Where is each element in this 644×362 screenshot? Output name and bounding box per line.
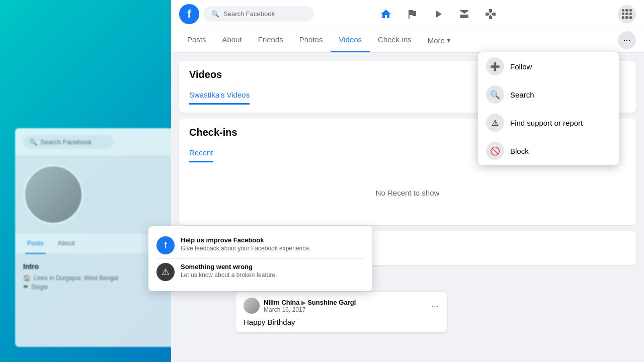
bg-avatar [23,164,84,225]
feedback-improve-text: Help us improve Facebook Give feedback a… [181,236,310,252]
bg-nav-about: About [56,233,77,254]
post-arrow: ▶ [301,299,307,306]
topbar: Facebook f 🔍 Search Facebook [171,0,644,28]
recent-tab[interactable]: Recent [189,144,213,162]
more-label: More [428,36,445,45]
no-recent-message: No Recent to show [189,168,626,217]
bg-location-text: Lives in Durgapur, West Bengal [34,275,118,282]
gaming-nav-icon[interactable] [478,2,503,26]
dropdown-search[interactable]: 🔍 Search [478,80,619,109]
feedback-broken-text: Something went wrong Let us know about a… [181,263,277,279]
nav-checkins[interactable]: Check-ins [370,28,420,52]
dropdown-block[interactable]: 🚫 Block [478,137,619,165]
feedback-warning-icon: ⚠ [156,263,175,281]
post-date: March 16, 2017 [264,306,305,313]
nav-friends[interactable]: Friends [250,28,291,52]
three-dots-button[interactable]: ··· [618,31,636,49]
video-nav-icon[interactable] [426,2,450,26]
feedback-fb-icon: f [156,236,175,254]
search-placeholder: Search Facebook [223,10,275,18]
block-label: Block [510,147,529,155]
feedback-improve-title: Help us improve Facebook [181,236,310,244]
post-author: Nilim China [264,299,300,306]
post-meta: Nilim China ▶ Sunshine Gargi March 16, 2… [264,299,356,313]
dropdown-follow[interactable]: ➕ Follow [478,52,619,80]
more-chevron-icon: ▾ [447,36,451,45]
nav-about[interactable]: About [214,28,250,52]
grid-menu-icon[interactable] [618,5,636,23]
store-nav-icon[interactable] [452,2,476,26]
nav-posts[interactable]: Posts [179,28,214,52]
search-label: Search [510,90,534,99]
bg-search-bar: 🔍 Search Facebook [23,135,114,149]
post-avatar [244,298,260,314]
search-icon: 🔍 [211,10,219,18]
bg-post-card: Nilim China ▶ Sunshine Gargi March 16, 2… [235,292,447,332]
feedback-broken-title: Something went wrong [181,263,277,270]
block-icon: 🚫 [486,142,504,160]
dropdown-menu: ➕ Follow 🔍 Search ⚠ Find support or repo… [478,52,619,165]
videos-tab[interactable]: Swastika's Videos [189,86,250,105]
top-right-icons [618,5,636,23]
profile-nav: Posts About Friends Photos Videos Check-… [171,28,644,53]
post-target: Sunshine Gargi [307,299,356,306]
feedback-item-improve[interactable]: f Help us improve Facebook Give feedback… [156,232,364,258]
support-icon: ⚠ [486,114,504,132]
follow-icon: ➕ [486,57,504,75]
post-options-icon[interactable]: ··· [431,301,439,311]
flag-nav-icon[interactable] [400,2,424,26]
follow-label: Follow [510,62,532,71]
feedback-improve-subtitle: Give feedback about your Facebook experi… [181,245,310,252]
more-button[interactable]: More ▾ [420,32,459,49]
feedback-broken-subtitle: Let us know about a broken feature. [181,272,277,279]
nav-photos[interactable]: Photos [291,28,331,52]
dropdown-find-support[interactable]: ⚠ Find support or report [478,109,619,137]
home-nav-icon[interactable] [374,2,398,26]
feedback-item-broken[interactable]: ⚠ Something went wrong Let us know about… [156,258,364,285]
search-icon-dropdown: 🔍 [486,85,504,104]
bg-nav-posts: Posts [25,233,46,254]
feedback-popup: f Help us improve Facebook Give feedback… [148,226,372,291]
nav-icons [374,2,503,26]
post-content: Happy Birthday [244,318,439,326]
bg-search-placeholder: Search Facebook [40,138,92,146]
search-bar[interactable]: 🔍 Search Facebook [203,6,314,22]
facebook-logo: Facebook f [179,4,199,24]
nav-videos[interactable]: Videos [331,28,370,52]
bg-status-text: Single [31,284,48,291]
find-support-label: Find support or report [510,119,583,127]
